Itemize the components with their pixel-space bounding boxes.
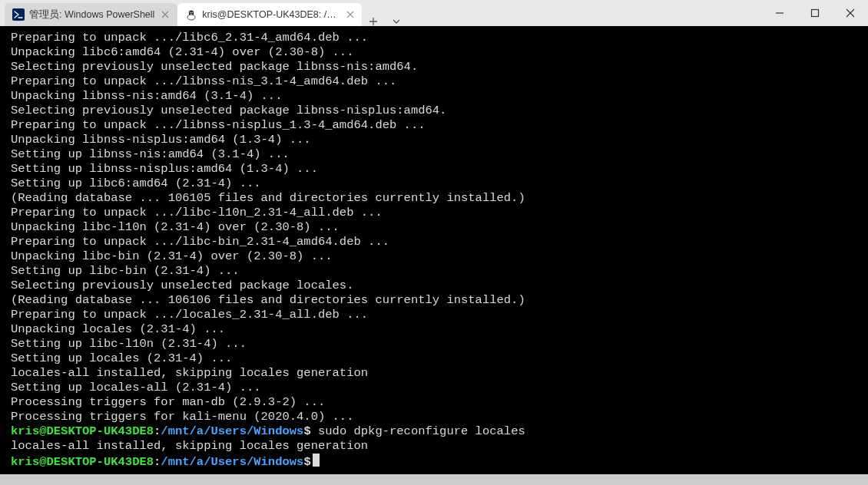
output-line: Unpacking libc6:amd64 (2.31-4) over (2.3… (11, 45, 860, 60)
output-line: Preparing to unpack .../libc-l10n_2.31-4… (11, 206, 860, 220)
desktop-behind (0, 474, 868, 485)
output-line: Unpacking libc-bin (2.31-4) over (2.30-8… (11, 249, 860, 264)
output-line: Unpacking libnss-nis:amd64 (3.1-4) ... (11, 89, 860, 104)
terminal-output[interactable]: Preparing to unpack .../libc6_2.31-4_amd… (0, 26, 868, 474)
output-line: Setting up libnss-nis:amd64 (3.1-4) ... (11, 147, 860, 162)
output-line: Preparing to unpack .../libnss-nisplus_1… (11, 118, 860, 133)
output-line: Setting up libc-bin (2.31-4) ... (11, 264, 860, 279)
window-controls (762, 0, 868, 26)
output-line: Setting up locales-all (2.31-4) ... (11, 381, 860, 395)
close-tab-icon[interactable] (344, 8, 356, 21)
close-window-button[interactable] (833, 0, 868, 26)
output-line: Processing triggers for man-db (2.9.3-2)… (11, 395, 860, 410)
output-line: Preparing to unpack .../libnss-nis_3.1-4… (11, 74, 860, 89)
prompt-line[interactable]: kris@DESKTOP-UK43DE8:/mnt/a/Users/Window… (11, 424, 860, 439)
svg-point-2 (187, 15, 195, 20)
prompt-separator: : (154, 455, 161, 469)
svg-point-3 (190, 12, 191, 13)
output-line: locales-all installed, skipping locales … (11, 439, 860, 454)
close-tab-icon[interactable] (159, 8, 171, 21)
maximize-button[interactable] (797, 0, 833, 26)
linux-icon (185, 8, 197, 21)
svg-rect-5 (812, 10, 819, 17)
prompt-symbol: $ (303, 424, 310, 438)
output-line: Setting up libc6:amd64 (2.31-4) ... (11, 177, 860, 191)
tab-label: kris@DESKTOP-UK43DE8: /mnt/ (202, 9, 340, 20)
output-line: Selecting previously unselected package … (11, 279, 860, 293)
titlebar: 管理员: Windows PowerShell kris@DESKTOP-UK4… (0, 0, 868, 26)
output-line: Selecting previously unselected package … (11, 60, 860, 74)
tab-dropdown-button[interactable] (385, 17, 408, 26)
new-tab-button[interactable] (362, 17, 385, 26)
output-line: Unpacking libc-l10n (2.31-4) over (2.30-… (11, 220, 860, 235)
svg-point-4 (192, 12, 194, 13)
prompt-user: kris@DESKTOP-UK43DE8 (11, 424, 154, 438)
tab-powershell[interactable]: 管理员: Windows PowerShell (5, 3, 177, 26)
output-line: Preparing to unpack .../libc6_2.31-4_amd… (11, 31, 860, 45)
output-line: (Reading database ... 106105 files and d… (11, 191, 860, 206)
prompt-path: /mnt/a/Users/Windows (161, 455, 303, 469)
terminal-window: 管理员: Windows PowerShell kris@DESKTOP-UK4… (0, 0, 868, 485)
output-line: Processing triggers for kali-menu (2020.… (11, 410, 860, 424)
prompt-command: sudo dpkg-reconfigure locales (311, 424, 525, 438)
powershell-icon (12, 8, 25, 21)
output-line: Selecting previously unselected package … (11, 104, 860, 118)
prompt-line[interactable]: kris@DESKTOP-UK43DE8:/mnt/a/Users/Window… (11, 454, 860, 470)
prompt-symbol: $ (303, 455, 310, 469)
output-line: (Reading database ... 106106 files and d… (11, 293, 860, 308)
output-line: Setting up locales (2.31-4) ... (11, 351, 860, 366)
prompt-path: /mnt/a/Users/Windows (161, 424, 303, 438)
output-line: locales-all installed, skipping locales … (11, 366, 860, 381)
minimize-button[interactable] (762, 0, 797, 26)
output-line: Unpacking locales (2.31-4) ... (11, 322, 860, 337)
output-line: Preparing to unpack .../locales_2.31-4_a… (11, 308, 860, 322)
output-line: Preparing to unpack .../libc-bin_2.31-4_… (11, 235, 860, 249)
prompt-user: kris@DESKTOP-UK43DE8 (11, 455, 154, 469)
cursor (313, 454, 320, 467)
tab-strip: 管理员: Windows PowerShell kris@DESKTOP-UK4… (0, 0, 408, 26)
prompt-separator: : (154, 424, 161, 438)
tab-linux[interactable]: kris@DESKTOP-UK43DE8: /mnt/ (177, 3, 362, 26)
output-line: Setting up libnss-nisplus:amd64 (1.3-4) … (11, 162, 860, 177)
output-line: Unpacking libnss-nisplus:amd64 (1.3-4) .… (11, 133, 860, 147)
tab-label: 管理员: Windows PowerShell (29, 8, 154, 21)
output-line: Setting up libc-l10n (2.31-4) ... (11, 337, 860, 351)
titlebar-drag-region[interactable] (408, 0, 762, 26)
